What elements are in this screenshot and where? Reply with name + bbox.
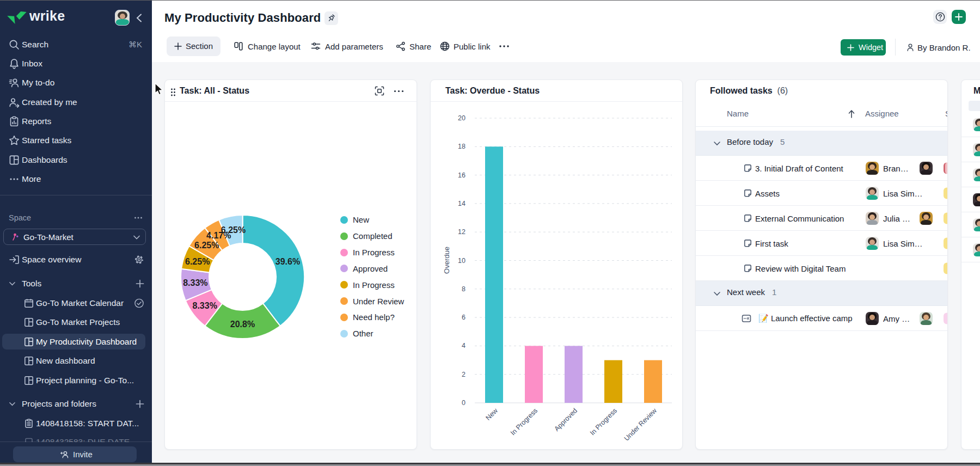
svg-text:4: 4 [462,342,465,350]
svg-text:14: 14 [458,200,465,207]
svg-text:6.25%: 6.25% [221,225,246,235]
svg-text:16: 16 [458,171,465,179]
svg-text:6.25%: 6.25% [185,257,210,266]
svg-text:In Progress: In Progress [509,407,539,437]
svg-text:2: 2 [462,371,465,378]
svg-text:0: 0 [462,399,465,407]
svg-text:Approved: Approved [553,407,579,433]
svg-text:20.8%: 20.8% [230,320,255,329]
svg-text:6: 6 [462,314,465,321]
svg-text:New: New [485,407,500,422]
svg-text:10: 10 [458,257,465,265]
svg-text:39.6%: 39.6% [275,257,300,266]
svg-text:18: 18 [458,143,465,150]
svg-text:8: 8 [462,285,465,293]
svg-text:6.25%: 6.25% [194,241,219,250]
svg-text:8.33%: 8.33% [193,301,217,310]
svg-text:wrike: wrike [29,8,65,23]
svg-text:12: 12 [458,228,465,236]
svg-text:20: 20 [458,114,465,122]
svg-text:Under Review: Under Review [623,407,659,443]
svg-text:8.33%: 8.33% [183,278,207,287]
svg-text:In Progress: In Progress [589,407,618,437]
svg-text:Overdue: Overdue [443,247,451,274]
